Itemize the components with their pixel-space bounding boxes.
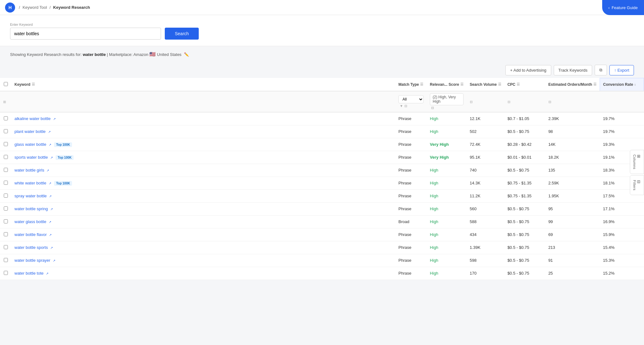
keyword-cell: plant water bottle ↗ — [11, 125, 395, 138]
volume-filter-icon[interactable]: ⊟ — [470, 100, 473, 104]
relevance-cell: High — [427, 228, 467, 241]
select-all-header — [0, 78, 11, 91]
relevance-filter-icon[interactable]: ☰ — [460, 82, 464, 86]
breadcrumb: / Keyword Tool / Keyword Research — [19, 5, 90, 10]
copy-button[interactable]: ⧉ — [595, 65, 607, 75]
keyword-link[interactable]: white water bottle — [14, 181, 46, 185]
filter-checkbox-cell: ⊞ — [0, 91, 11, 112]
keyword-link[interactable]: water bottle tote — [14, 271, 44, 276]
row-checkbox-3[interactable] — [4, 155, 8, 159]
external-link-icon[interactable]: ↗ — [49, 182, 51, 185]
row-checkbox-5[interactable] — [4, 181, 8, 185]
keyword-link[interactable]: alkaline water bottle — [14, 116, 51, 121]
search-label: Enter Keyword — [10, 23, 161, 26]
row-checkbox-10[interactable] — [4, 245, 8, 249]
edit-icon[interactable]: ✏️ — [184, 52, 189, 57]
conversion-cell: 19.3% — [600, 138, 644, 151]
logo[interactable]: H — [5, 3, 15, 13]
external-link-icon[interactable]: ↗ — [46, 272, 48, 275]
volume-filter-icon[interactable]: ☰ — [498, 82, 501, 86]
external-link-icon[interactable]: ↗ — [49, 220, 51, 224]
keyword-link[interactable]: water bottle girls — [14, 168, 44, 172]
keyword-cell: water bottle sprayer ↗ — [11, 254, 395, 267]
keyword-link[interactable]: water bottle sprayer — [14, 258, 50, 263]
logo-text: H — [8, 5, 12, 10]
external-link-icon[interactable]: ↗ — [47, 169, 49, 172]
external-link-icon[interactable]: ↗ — [48, 130, 51, 134]
relevance-filter-chip: (2) High, Very High — [430, 93, 464, 105]
add-advertising-label: + Add to Advertising — [510, 68, 546, 73]
keyword-filter-icon[interactable]: ☰ — [32, 82, 35, 86]
search-volume-cell: 72.4K — [467, 138, 504, 151]
external-link-icon[interactable]: ↗ — [49, 143, 51, 146]
keyword-link[interactable]: water bottle flavor — [14, 232, 47, 237]
row-checkbox-2[interactable] — [4, 142, 8, 146]
match-type-cell: Phrase — [395, 202, 427, 215]
row-checkbox-cell — [0, 138, 11, 151]
columns-tab[interactable]: ⊞ Columns — [630, 150, 644, 174]
export-button[interactable]: ↑ Export — [609, 65, 634, 75]
top-nav: H / Keyword Tool / Keyword Research ‹ Fe… — [0, 0, 644, 15]
keyword-cell: water bottle tote ↗ — [11, 267, 395, 280]
feature-guide-button[interactable]: ‹ Feature Guide — [602, 0, 644, 15]
cpc-cell: $0.28 - $0.42 — [504, 138, 545, 151]
track-keywords-button[interactable]: Track Keywords — [554, 65, 592, 75]
breadcrumb-current: Keyword Research — [53, 5, 90, 10]
keyword-link[interactable]: plant water bottle — [14, 129, 46, 134]
relevance-cell: High — [427, 215, 467, 228]
external-link-icon[interactable]: ↗ — [49, 194, 52, 198]
external-link-icon[interactable]: ↗ — [53, 117, 56, 121]
relevance-filter-icon[interactable]: ⊟ — [431, 106, 434, 110]
keyword-table: Keyword ☰ Match Type ☰ Relevan... Score … — [0, 78, 644, 280]
keyword-link[interactable]: spray water bottle — [14, 194, 47, 198]
relevance-value: High — [430, 194, 438, 198]
orders-column-header: Estimated Orders/Month ☰ — [545, 78, 600, 91]
add-to-advertising-button[interactable]: + Add to Advertising — [505, 65, 551, 75]
row-filter-icon[interactable]: ⊞ — [3, 100, 6, 104]
search-input[interactable] — [10, 28, 161, 40]
keyword-link[interactable]: sports water bottle — [14, 155, 48, 160]
keyword-link[interactable]: water bottle spring — [14, 206, 48, 211]
row-checkbox-12[interactable] — [4, 271, 8, 275]
row-checkbox-9[interactable] — [4, 232, 8, 236]
row-checkbox-0[interactable] — [4, 116, 8, 120]
relevance-value: High — [430, 116, 438, 121]
external-link-icon[interactable]: ↗ — [50, 156, 53, 159]
external-link-icon[interactable]: ↗ — [53, 259, 55, 262]
filters-tab[interactable]: ⊟ Filters — [630, 175, 644, 195]
row-checkbox-1[interactable] — [4, 129, 8, 133]
row-checkbox-8[interactable] — [4, 219, 8, 223]
row-checkbox-11[interactable] — [4, 258, 8, 262]
row-checkbox-6[interactable] — [4, 194, 8, 198]
external-link-icon[interactable]: ↗ — [50, 246, 53, 249]
orders-cell: 91 — [545, 254, 600, 267]
cpc-cell: $0.5 - $0.75 — [504, 228, 545, 241]
row-checkbox-4[interactable] — [4, 168, 8, 172]
orders-filter-icon[interactable]: ⊟ — [548, 100, 551, 104]
row-checkbox-cell — [0, 151, 11, 164]
cpc-filter-icon[interactable]: ⊟ — [508, 100, 510, 104]
external-link-icon[interactable]: ↗ — [49, 233, 52, 237]
row-checkbox-7[interactable] — [4, 206, 8, 211]
external-link-icon[interactable]: ↗ — [50, 207, 53, 211]
match-filter-funnel-icon[interactable]: ▼ — [400, 104, 403, 108]
breadcrumb-separator2: / — [49, 5, 51, 10]
relevance-value: High — [430, 271, 438, 276]
conversion-column-header[interactable]: Conversion Rate ↓ — [600, 78, 644, 91]
search-volume-cell: 170 — [467, 267, 504, 280]
keyword-link[interactable]: water bottle sports — [14, 245, 48, 250]
cpc-cell: $0.75 - $1.35 — [504, 177, 545, 189]
keyword-link[interactable]: glass water bottle — [14, 142, 46, 147]
orders-filter-icon[interactable]: ☰ — [593, 82, 597, 86]
match-type-filter-icon[interactable]: ☰ — [420, 82, 423, 86]
search-button[interactable]: Search — [165, 28, 199, 40]
match-type-filter-select[interactable]: All Phrase Broad Exact — [398, 95, 424, 103]
breadcrumb-tool[interactable]: Keyword Tool — [23, 5, 47, 10]
filters-tab-label: Filters — [633, 180, 636, 190]
orders-cell: 99 — [545, 215, 600, 228]
relevance-column-header: Relevan... Score ☰ — [427, 78, 467, 91]
match-filter-settings-icon[interactable]: ⊟ — [404, 104, 407, 108]
keyword-link[interactable]: water glass bottle — [14, 219, 46, 224]
select-all-checkbox[interactable] — [4, 82, 8, 86]
cpc-filter-icon[interactable]: ☰ — [517, 82, 520, 86]
